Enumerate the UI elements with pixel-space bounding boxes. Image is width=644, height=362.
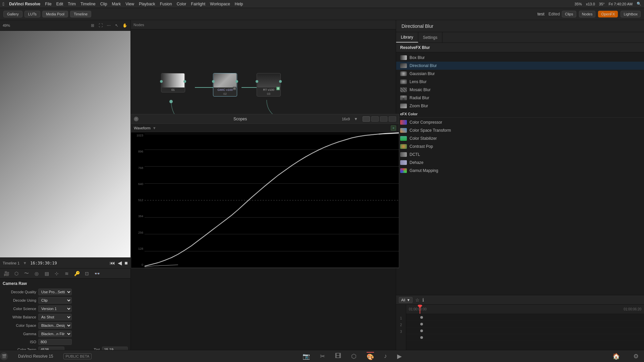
media-pool-button[interactable]: Media Pool bbox=[42, 11, 68, 17]
stereo-tab-icon[interactable]: 👓 bbox=[93, 270, 101, 277]
fx-item-gaussian-blur[interactable]: Gaussian Blur bbox=[396, 70, 644, 78]
color-science-select[interactable]: Version 1 bbox=[38, 305, 72, 312]
node-03-input-dot bbox=[256, 80, 258, 83]
fx-item-contrast-pop[interactable]: Contrast Pop bbox=[396, 142, 644, 150]
fx-item-gamut-mapping[interactable]: Gamut Mapping bbox=[396, 167, 644, 175]
menu-edit[interactable]: Edit bbox=[56, 2, 63, 6]
cut-page-button[interactable]: ✂ bbox=[320, 353, 325, 360]
viewer-grid-icon[interactable]: ⊞ bbox=[90, 22, 96, 28]
fx-item-zoom-blur[interactable]: Zoom Blur bbox=[396, 102, 644, 110]
media-page-button[interactable]: 📷 bbox=[303, 353, 310, 360]
scopes-view-4-button[interactable] bbox=[389, 116, 396, 122]
fusion-page-button[interactable]: ⬡ bbox=[351, 353, 357, 360]
menu-help[interactable]: Help bbox=[235, 2, 243, 6]
decode-quality-select[interactable]: Use Pro...Setting bbox=[38, 289, 72, 295]
fx-item-dehaze[interactable]: Dehaze bbox=[396, 159, 644, 167]
window-tab-icon[interactable]: ▤ bbox=[43, 270, 50, 277]
menu-playback[interactable]: Playback bbox=[139, 2, 155, 6]
home-button[interactable]: 🏠 bbox=[612, 353, 620, 360]
tracker-tab-icon[interactable]: ⊹ bbox=[53, 270, 60, 277]
fx-item-directional-blur[interactable]: Directional Blur bbox=[396, 62, 644, 70]
menu-fusion[interactable]: Fusion bbox=[160, 2, 172, 6]
menu-fairlight[interactable]: Fairlight bbox=[191, 2, 205, 6]
fx-item-color-space-transform[interactable]: Color Space Transform bbox=[396, 126, 644, 134]
svg-point-2 bbox=[169, 100, 173, 103]
viewer-cursor-icon[interactable]: ↖ bbox=[114, 22, 120, 28]
waveform-label[interactable]: Waveform bbox=[134, 126, 151, 130]
luts-button[interactable]: LUTs bbox=[24, 11, 40, 17]
settings-button[interactable]: ⚙ bbox=[633, 353, 639, 360]
scopes-view-2-button[interactable] bbox=[371, 116, 379, 122]
all-dropdown[interactable]: All ▼ bbox=[399, 297, 413, 303]
rewind-button[interactable]: ⏮ bbox=[110, 260, 115, 266]
camera-raw-tab-icon[interactable]: 🎥 bbox=[3, 270, 10, 277]
scopes-view-3-button[interactable] bbox=[380, 116, 387, 122]
node-02[interactable]: GMIC v100 02 ▤ bbox=[213, 73, 237, 97]
fusion-page-icon: ⬡ bbox=[351, 353, 357, 360]
curves-tab-icon[interactable]: 〜 bbox=[23, 270, 30, 277]
scopes-settings-icon[interactable]: ≡ bbox=[391, 125, 396, 131]
viewer-more-icon[interactable]: ⋯ bbox=[106, 22, 112, 28]
color-wheels-tab-icon[interactable]: ⬡ bbox=[13, 270, 20, 277]
menu-workspace[interactable]: Workspace bbox=[210, 2, 230, 6]
stop-button[interactable]: ■ bbox=[124, 260, 128, 266]
favorite-icon[interactable]: ☆ bbox=[415, 297, 420, 303]
fx-item-lens-blur[interactable]: Lens Blur bbox=[396, 78, 644, 86]
scopes-close-button[interactable]: × bbox=[134, 117, 139, 121]
menu-color[interactable]: Color bbox=[177, 2, 186, 6]
fairlight-page-button[interactable]: ♪ bbox=[384, 353, 387, 360]
gallery-button[interactable]: Gallery bbox=[3, 11, 22, 17]
lightbox-button[interactable]: Lightbox bbox=[621, 11, 641, 17]
kf-dot-1 bbox=[420, 316, 423, 319]
menu-file[interactable]: File bbox=[45, 2, 51, 6]
edit-page-button[interactable]: 🎞 bbox=[335, 353, 341, 360]
play-back-button[interactable]: ◀ bbox=[118, 260, 122, 266]
fx-item-box-blur[interactable]: Box Blur bbox=[396, 54, 644, 62]
directional-blur-title: Directional Blur bbox=[401, 23, 433, 29]
viewer-fullscreen-icon[interactable]: ⛶ bbox=[98, 22, 104, 28]
color-space-select[interactable]: Blackm...Design bbox=[38, 322, 72, 329]
scopes-dropdown-icon[interactable]: ▼ bbox=[354, 117, 358, 121]
viewer-hand-icon[interactable]: ✋ bbox=[122, 22, 128, 28]
nodes-button[interactable]: Nodes bbox=[579, 11, 596, 17]
all-label: All bbox=[401, 298, 405, 302]
node-01[interactable]: 01 bbox=[161, 73, 185, 93]
openfx-button[interactable]: OpenFX bbox=[598, 11, 618, 17]
color-space-label: Color Space bbox=[3, 323, 36, 327]
scopes-view-1-button[interactable] bbox=[363, 116, 370, 122]
fx-item-color-compressor[interactable]: Color Compressor bbox=[396, 118, 644, 126]
info-icon[interactable]: ℹ bbox=[422, 297, 424, 303]
app-name[interactable]: DaVinci Resolve bbox=[9, 2, 40, 6]
fx-item-color-stabilizer[interactable]: Color Stabilizer bbox=[396, 134, 644, 142]
fx-item-dctl[interactable]: DCTL bbox=[396, 150, 644, 159]
fx-item-mosaic-blur[interactable]: Mosaic Blur bbox=[396, 86, 644, 94]
zoom-blur-label: Zoom Blur bbox=[410, 104, 428, 108]
menu-trim[interactable]: Trim bbox=[68, 2, 76, 6]
key-tab-icon[interactable]: 🔑 bbox=[73, 270, 80, 277]
search-icon[interactable]: 🔍 bbox=[637, 2, 641, 6]
qualifer-tab-icon[interactable]: ◎ bbox=[33, 270, 40, 277]
clips-button[interactable]: Clips bbox=[562, 11, 576, 17]
sizing-tab-icon[interactable]: ⊡ bbox=[83, 270, 91, 277]
menu-mark[interactable]: Mark bbox=[112, 2, 121, 6]
menu-view[interactable]: View bbox=[125, 2, 134, 6]
control-tabs: 🎥 ⬡ 〜 ◎ ▤ ⊹ ≋ 🔑 ⊡ 👓 bbox=[0, 268, 130, 279]
timeline-nav-button[interactable]: Timeline bbox=[70, 11, 91, 17]
waveform-dropdown-icon[interactable]: ▼ bbox=[153, 126, 156, 130]
color-science-row: Color Science Version 1 bbox=[3, 305, 128, 312]
settings-tab[interactable]: Settings bbox=[418, 32, 442, 43]
decode-using-select[interactable]: Clip bbox=[38, 297, 72, 304]
blur-tab-icon[interactable]: ≋ bbox=[63, 270, 70, 277]
color-page-button[interactable]: 🎨 bbox=[367, 352, 374, 361]
deliver-page-button[interactable]: ▶ bbox=[397, 353, 402, 360]
kf-playhead bbox=[420, 305, 420, 314]
menu-clip[interactable]: Clip bbox=[100, 2, 107, 6]
node-03[interactable]: RT v100 03 ▤ bbox=[257, 73, 281, 97]
menu-timeline[interactable]: Timeline bbox=[80, 2, 96, 6]
library-tab[interactable]: Library bbox=[396, 32, 418, 43]
dehaze-icon bbox=[400, 160, 407, 165]
control-content: Camera Raw Decode Quality Use Pro...Sett… bbox=[0, 279, 130, 362]
white-balance-select[interactable]: As Shot bbox=[38, 314, 72, 320]
fx-item-radial-blur[interactable]: Radial Blur bbox=[396, 94, 644, 102]
gamma-select[interactable]: Blackm...n Film bbox=[38, 330, 72, 337]
